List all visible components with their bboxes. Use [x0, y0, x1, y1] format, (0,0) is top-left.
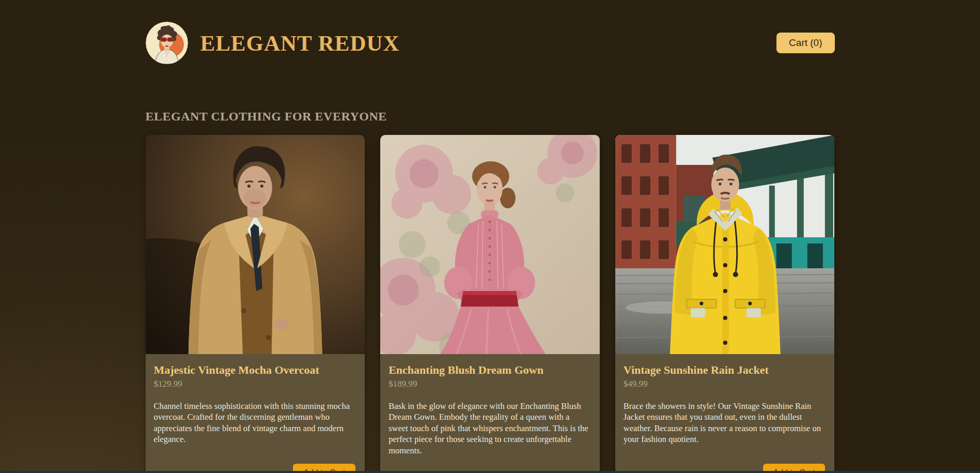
product-title: Vintage Sunshine Rain Jacket: [624, 363, 826, 377]
product-price: $189.99: [388, 379, 590, 389]
product-price: $129.99: [154, 379, 356, 389]
product-description: Channel timeless sophistication with thi…: [154, 401, 356, 445]
footer-strip: [0, 471, 980, 473]
product-title: Majestic Vintage Mocha Overcoat: [154, 363, 356, 377]
product-card-blush-gown: Enchanting Blush Dream Gown $189.99 Bask…: [380, 135, 600, 473]
product-title: Enchanting Blush Dream Gown: [388, 363, 590, 377]
cart-button[interactable]: Cart (0): [776, 33, 834, 53]
product-image-man-tan-trench-coat: [146, 135, 365, 354]
brand: ELEGANT REDUX: [146, 22, 400, 64]
section-heading: ELEGANT CLOTHING FOR EVERYONE: [146, 110, 835, 124]
product-description: Brace the showers in style! Our Vintage …: [624, 401, 826, 445]
product-price: $49.99: [624, 379, 826, 389]
product-description: Bask in the glow of elegance with our En…: [388, 401, 590, 456]
product-image-man-yellow-raincoat: [615, 135, 835, 354]
header: ELEGANT REDUX Cart (0): [146, 0, 835, 64]
vintage-woman-logo-icon: [146, 22, 188, 64]
product-card-mocha-overcoat: Majestic Vintage Mocha Overcoat $129.99 …: [146, 135, 365, 473]
product-grid: Majestic Vintage Mocha Overcoat $129.99 …: [146, 135, 835, 473]
brand-title: ELEGANT REDUX: [200, 30, 400, 56]
product-image-woman-pink-gown: [380, 135, 600, 354]
product-card-rain-jacket: Vintage Sunshine Rain Jacket $49.99 Brac…: [615, 135, 835, 473]
